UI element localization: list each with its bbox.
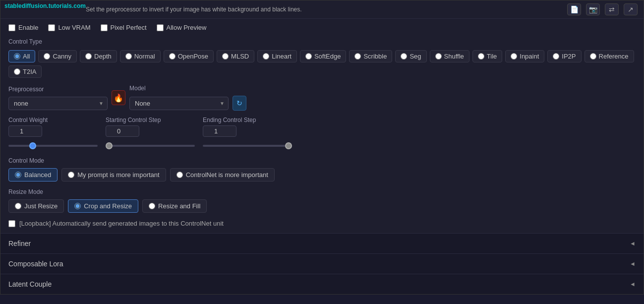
loopback-checkbox[interactable] bbox=[8, 220, 15, 227]
resize-just-resize-radio[interactable] bbox=[15, 203, 21, 209]
control-type-canny-radio[interactable] bbox=[44, 53, 50, 60]
resize-just-resize[interactable]: Just Resize bbox=[8, 199, 64, 213]
latent-couple-title: Latent Couple bbox=[8, 280, 52, 288]
allow-preview-checkbox[interactable] bbox=[157, 24, 164, 31]
camera-icon[interactable]: 📷 bbox=[586, 3, 600, 15]
fire-button[interactable]: 🔥 bbox=[112, 90, 125, 105]
control-type-t2ia[interactable]: T2IA bbox=[8, 65, 42, 78]
control-type-lineart[interactable]: Lineart bbox=[257, 50, 297, 62]
control-type-grid: All Canny Depth Normal OpenPose MLSD Lin… bbox=[0, 48, 644, 82]
control-type-openpose-radio[interactable] bbox=[169, 53, 176, 60]
ending-step-slider[interactable] bbox=[203, 145, 292, 147]
control-type-openpose[interactable]: OpenPose bbox=[164, 50, 214, 62]
control-type-scribble-radio[interactable] bbox=[354, 53, 361, 60]
model-section-label: Model bbox=[129, 85, 246, 92]
control-weight-slider-container bbox=[8, 139, 98, 150]
mode-controlnet[interactable]: ControlNet is more important bbox=[170, 168, 275, 182]
low-vram-checkbox-label[interactable]: Low VRAM bbox=[48, 24, 90, 31]
control-type-tile-radio[interactable] bbox=[478, 53, 484, 60]
control-mode-section: Control Mode Balanced My prompt is more … bbox=[0, 153, 644, 185]
model-select[interactable]: None bbox=[129, 97, 229, 110]
resize-crop-and-resize-radio[interactable] bbox=[74, 203, 81, 209]
checkboxes-row: Enable Low VRAM Pixel Perfect Allow Prev… bbox=[0, 19, 644, 36]
control-type-lineart-radio[interactable] bbox=[263, 53, 269, 60]
top-bar: stablediffusion.tutorials.com Set the pr… bbox=[0, 0, 644, 19]
control-type-reference[interactable]: Reference bbox=[585, 50, 634, 62]
enable-checkbox[interactable] bbox=[8, 24, 15, 31]
starting-step-group: Starting Control Step bbox=[106, 117, 195, 150]
resize-and-fill[interactable]: Resize and Fill bbox=[142, 199, 207, 213]
pixel-perfect-checkbox[interactable] bbox=[101, 24, 108, 31]
refiner-arrow: ◄ bbox=[630, 240, 636, 247]
preprocessor-select[interactable]: none canny depth openpose lineart bbox=[8, 97, 108, 110]
control-mode-row: Balanced My prompt is more important Con… bbox=[8, 168, 636, 182]
control-weight-group: Control Weight bbox=[8, 117, 98, 150]
low-vram-checkbox[interactable] bbox=[48, 24, 55, 31]
preprocessor-group: Preprocessor none canny depth openpose l… bbox=[8, 86, 108, 110]
control-type-ip2p-radio[interactable] bbox=[553, 53, 559, 60]
mode-balanced[interactable]: Balanced bbox=[8, 168, 58, 182]
send-icon[interactable]: ↗ bbox=[624, 3, 638, 15]
control-type-seg[interactable]: Seg bbox=[395, 50, 426, 62]
top-bar-icons: 📄 📷 ⇄ ↗ bbox=[567, 3, 638, 15]
mode-my-prompt-radio[interactable] bbox=[68, 172, 74, 178]
control-weight-label: Control Weight bbox=[8, 117, 98, 123]
ending-step-slider-container bbox=[203, 139, 292, 150]
control-type-inpaint-radio[interactable] bbox=[511, 53, 517, 60]
resize-mode-row: Just Resize Crop and Resize Resize and F… bbox=[8, 199, 636, 213]
upload-icon[interactable]: 📄 bbox=[567, 3, 581, 15]
control-type-t2ia-radio[interactable] bbox=[14, 68, 20, 75]
model-dropdown-wrapper: None ▼ bbox=[129, 97, 229, 110]
control-type-reference-radio[interactable] bbox=[590, 53, 596, 60]
mode-balanced-radio[interactable] bbox=[15, 172, 21, 178]
resize-and-fill-radio[interactable] bbox=[149, 203, 155, 209]
loopback-label: [Loopback] Automatically send generated … bbox=[19, 220, 224, 227]
control-type-canny[interactable]: Canny bbox=[38, 50, 77, 62]
composable-lora-section[interactable]: Composable Lora ◄ bbox=[0, 253, 644, 274]
control-type-all[interactable]: All bbox=[8, 50, 35, 62]
control-type-softedge-radio[interactable] bbox=[305, 53, 312, 60]
control-type-shuffle-radio[interactable] bbox=[435, 53, 442, 60]
control-weight-slider[interactable] bbox=[8, 145, 98, 147]
control-type-normal[interactable]: Normal bbox=[120, 50, 161, 62]
pixel-perfect-checkbox-label[interactable]: Pixel Perfect bbox=[101, 24, 147, 31]
preprocessor-dropdown-wrapper: none canny depth openpose lineart ▼ bbox=[8, 97, 108, 110]
control-type-mlsd-radio[interactable] bbox=[222, 53, 229, 60]
model-refresh-button[interactable]: ↻ bbox=[233, 96, 246, 111]
enable-checkbox-label[interactable]: Enable bbox=[8, 24, 38, 31]
weight-steps-row: Control Weight Starting Control Step End… bbox=[0, 114, 644, 153]
control-type-depth[interactable]: Depth bbox=[80, 50, 117, 62]
control-type-ip2p[interactable]: IP2P bbox=[547, 50, 581, 62]
preprocessor-model-row: Preprocessor none canny depth openpose l… bbox=[0, 82, 644, 114]
starting-step-input[interactable] bbox=[106, 125, 139, 137]
starting-step-slider[interactable] bbox=[106, 145, 195, 147]
control-type-mlsd[interactable]: MLSD bbox=[217, 50, 254, 62]
preprocessor-section-label: Preprocessor bbox=[8, 86, 108, 93]
control-type-tile[interactable]: Tile bbox=[472, 50, 502, 62]
control-type-softedge[interactable]: SoftEdge bbox=[300, 50, 347, 62]
control-type-seg-radio[interactable] bbox=[401, 53, 407, 60]
ending-step-input[interactable] bbox=[203, 125, 236, 137]
refiner-title: Refiner bbox=[8, 240, 31, 247]
control-type-scribble[interactable]: Scribble bbox=[349, 50, 392, 62]
model-group: Model None ▼ ↻ bbox=[129, 85, 246, 111]
latent-couple-section[interactable]: Latent Couple ◄ bbox=[0, 274, 644, 294]
resize-mode-section: Resize Mode Just Resize Crop and Resize … bbox=[0, 185, 644, 216]
latent-couple-arrow: ◄ bbox=[630, 281, 636, 288]
control-type-normal-radio[interactable] bbox=[125, 53, 132, 60]
enable-label: Enable bbox=[18, 24, 38, 31]
control-type-depth-radio[interactable] bbox=[85, 53, 92, 60]
control-type-shuffle[interactable]: Shuffle bbox=[430, 50, 469, 62]
resize-crop-and-resize[interactable]: Crop and Resize bbox=[68, 199, 138, 213]
main-container: stablediffusion.tutorials.com Set the pr… bbox=[0, 0, 644, 295]
starting-step-label: Starting Control Step bbox=[106, 117, 195, 123]
allow-preview-checkbox-label[interactable]: Allow Preview bbox=[157, 24, 207, 31]
control-type-inpaint[interactable]: Inpaint bbox=[505, 50, 544, 62]
refiner-section[interactable]: Refiner ◄ bbox=[0, 233, 644, 253]
swap-icon[interactable]: ⇄ bbox=[605, 3, 619, 15]
mode-my-prompt[interactable]: My prompt is more important bbox=[61, 168, 166, 182]
allow-preview-label: Allow Preview bbox=[167, 24, 207, 31]
control-type-all-radio[interactable] bbox=[14, 53, 20, 60]
mode-controlnet-radio[interactable] bbox=[176, 172, 183, 178]
control-weight-input[interactable] bbox=[8, 125, 42, 137]
